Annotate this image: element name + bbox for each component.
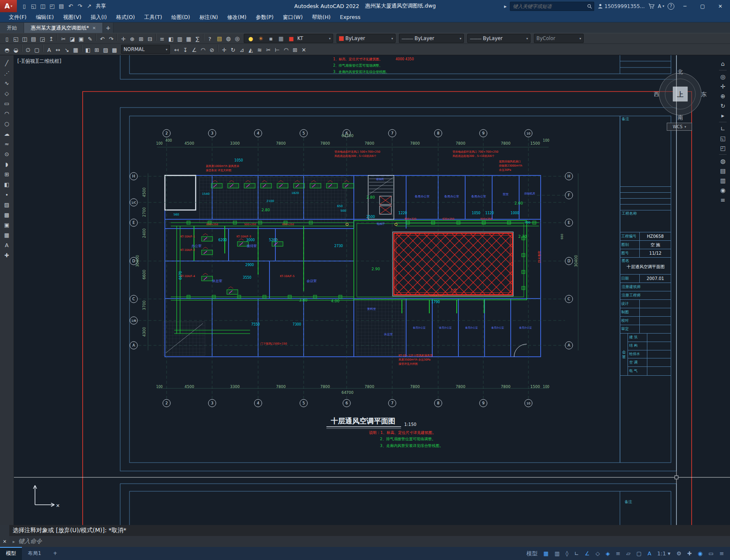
hatch-icon[interactable]: ▨: [2, 200, 12, 210]
dim-diameter-icon[interactable]: ⊘: [207, 46, 216, 54]
qnew-icon[interactable]: ▯: [3, 35, 11, 43]
rotate-icon[interactable]: ↻: [229, 46, 237, 54]
search-icon[interactable]: [587, 4, 592, 9]
hardware-acceleration-icon[interactable]: ◉: [695, 550, 705, 557]
menu-item[interactable]: 视图(V): [59, 12, 86, 22]
command-input[interactable]: ▸ 键入命令: [9, 536, 730, 547]
redo-icon[interactable]: ↷: [107, 35, 116, 43]
menu-item[interactable]: 格式(O): [111, 12, 140, 22]
ortho-mode-icon[interactable]: ∟: [572, 550, 582, 557]
snap-mode-icon[interactable]: ▥: [552, 550, 562, 557]
save-file-icon[interactable]: ◫: [39, 2, 47, 11]
trim-icon[interactable]: ✂: [264, 46, 273, 54]
lineweight-dropdown[interactable]: ——— ByLayer ▾: [467, 34, 531, 43]
zoom-window-icon[interactable]: ⊞: [137, 35, 145, 43]
make-block-icon[interactable]: ◧: [2, 180, 12, 189]
model-space-button[interactable]: 模型: [524, 550, 540, 557]
command-line-window[interactable]: ✕ 选择注释对象或 [放弃(U)/模式(M)]: *取消* ▸ 键入命令: [0, 525, 730, 547]
hatch-icon[interactable]: ▨: [101, 46, 110, 54]
plot-icon[interactable]: ▤: [29, 35, 38, 43]
dim-angular-icon[interactable]: ∠: [190, 46, 199, 54]
rectangle-icon[interactable]: ▭: [2, 99, 12, 108]
lineweight-display-icon[interactable]: ≡: [613, 550, 623, 557]
block-icon[interactable]: ◧: [84, 46, 92, 54]
arc-icon[interactable]: ◠: [2, 109, 12, 118]
sheet-set-manager-icon[interactable]: ▦: [184, 35, 193, 43]
close-button[interactable]: ✕: [713, 0, 727, 12]
help-button[interactable]: ?: [668, 3, 674, 10]
named-views-icon[interactable]: ◰: [718, 144, 728, 152]
maximize-button[interactable]: ▢: [695, 0, 710, 12]
layer-states-icon[interactable]: ◍: [224, 34, 233, 43]
bring-to-front-icon[interactable]: ◒: [11, 46, 20, 54]
point-icon[interactable]: ∙: [2, 190, 12, 199]
apps-button[interactable]: A ▾: [658, 3, 664, 9]
grid-display-icon[interactable]: ▦: [541, 550, 551, 557]
transparency-icon[interactable]: ▱: [624, 550, 633, 557]
close-icon[interactable]: ✕: [3, 539, 6, 544]
construction-line-icon[interactable]: ⋰: [2, 69, 12, 78]
open-file-icon[interactable]: ◱: [30, 2, 38, 11]
showmotion-icon[interactable]: ▸: [718, 111, 728, 120]
quick-select-icon[interactable]: ▢: [32, 46, 41, 54]
fillet-icon[interactable]: ◠: [282, 46, 291, 54]
infer-constraints-icon[interactable]: ◊: [563, 550, 571, 557]
ellipse-arc-icon[interactable]: ◗: [2, 160, 12, 169]
share-icon[interactable]: ↗: [85, 2, 93, 11]
plot-style-dropdown[interactable]: ByColor ▾: [534, 34, 584, 43]
tab-document[interactable]: 惠州某大厦通风空调图纸* ✕: [24, 23, 103, 33]
menu-item[interactable]: 窗口(W): [278, 12, 307, 22]
selection-cycling-icon[interactable]: ▢: [634, 550, 644, 557]
layer-plot-icon[interactable]: ▦: [277, 34, 286, 43]
redo-icon[interactable]: ↷: [76, 2, 84, 11]
annotation-scale-button[interactable]: 1:1 ▾: [655, 550, 673, 557]
pan-icon[interactable]: ✛: [119, 35, 128, 43]
customize-icon[interactable]: ≡: [717, 550, 727, 557]
layer-color-chip-icon[interactable]: ■: [287, 34, 296, 43]
orbit-icon[interactable]: ↻: [718, 102, 728, 110]
model-tab[interactable]: 模型: [0, 547, 22, 560]
leader-icon[interactable]: ↘: [62, 46, 71, 54]
menu-item[interactable]: 插入(I): [86, 12, 111, 22]
dimension-icon[interactable]: ↔: [54, 46, 62, 54]
insert-block-icon[interactable]: ⊞: [2, 170, 12, 179]
text-icon[interactable]: A: [45, 46, 54, 54]
region-icon[interactable]: ▣: [2, 221, 12, 230]
clean-screen-icon[interactable]: ▭: [706, 550, 716, 557]
isometric-drafting-icon[interactable]: ◇: [593, 550, 602, 557]
menu-item[interactable]: 工具(T): [140, 12, 167, 22]
dim-linear-icon[interactable]: ↤: [172, 46, 181, 54]
extend-icon[interactable]: ⊢: [273, 46, 282, 54]
text-style-dropdown[interactable]: NORMAL ▾: [121, 45, 170, 54]
zoom-previous-icon[interactable]: ⊟: [145, 35, 154, 43]
linetype-dropdown[interactable]: ——— ByLayer ▾: [399, 34, 464, 43]
viewcube-home-icon[interactable]: ⌂: [718, 59, 728, 68]
plot-preview-icon[interactable]: ◲: [38, 35, 47, 43]
undo-icon[interactable]: ↶: [98, 35, 107, 43]
save-as-icon[interactable]: ◰: [48, 2, 56, 11]
menu-item[interactable]: 帮助(H): [307, 12, 335, 22]
ellipse-icon[interactable]: ⊙: [2, 150, 12, 159]
layer-on-icon[interactable]: ●: [246, 34, 255, 43]
layer-thaw-icon[interactable]: ✳: [256, 34, 265, 43]
tab-close-icon[interactable]: ✕: [92, 26, 96, 30]
polar-tracking-icon[interactable]: ∠: [582, 550, 593, 557]
gradient-icon[interactable]: ▩: [110, 46, 119, 54]
cut-icon[interactable]: ✂: [59, 35, 68, 43]
properties-icon[interactable]: ≡: [158, 35, 167, 43]
scale-icon[interactable]: ⊿: [237, 46, 246, 54]
menu-item[interactable]: 标注(N): [195, 12, 223, 22]
search-input[interactable]: [512, 3, 585, 10]
measure-icon[interactable]: ∅: [24, 46, 32, 54]
pan-icon[interactable]: ✛: [718, 82, 728, 91]
new-tab-button[interactable]: +: [103, 23, 113, 33]
erase-icon[interactable]: ✕: [299, 46, 308, 54]
cart-icon[interactable]: [648, 3, 655, 9]
viewport-controls[interactable]: [-][俯视][二维线框]: [17, 58, 61, 65]
table-icon[interactable]: ▦: [2, 231, 12, 240]
mirror-icon[interactable]: ◭: [246, 46, 255, 54]
layer-dropdown[interactable]: ●✳▪▦■ KT ▾: [244, 34, 333, 43]
new-file-icon[interactable]: ▯: [20, 2, 28, 11]
tool-palettes-icon[interactable]: ▥: [175, 35, 184, 43]
gradient-icon[interactable]: ▩: [2, 210, 12, 220]
